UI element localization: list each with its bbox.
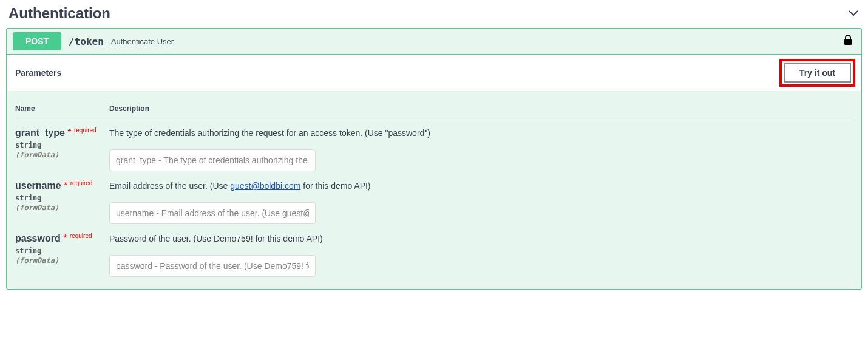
operation-path: /token bbox=[69, 36, 104, 47]
param-type: string bbox=[15, 194, 103, 202]
operation-block: POST /token Authenticate User Parameters… bbox=[6, 28, 862, 290]
username-input[interactable] bbox=[109, 202, 316, 224]
chevron-down-icon bbox=[847, 7, 860, 19]
section-title: Authentication bbox=[8, 5, 110, 22]
param-name: username bbox=[15, 180, 61, 191]
parameters-header: Parameters Try it out bbox=[7, 55, 861, 91]
required-star: * bbox=[67, 127, 71, 138]
required-star: * bbox=[64, 180, 67, 191]
param-description: Email address of the user. (Use guest@bo… bbox=[109, 180, 853, 192]
try-it-out-button[interactable]: Try it out bbox=[784, 63, 851, 83]
required-label: required bbox=[70, 233, 92, 239]
param-in: (formData) bbox=[15, 151, 103, 159]
parameters-label: Parameters bbox=[15, 68, 61, 78]
param-description: Password of the user. (Use Demo759! for … bbox=[109, 233, 853, 245]
param-name: grant_type bbox=[15, 127, 65, 138]
required-label: required bbox=[74, 127, 97, 134]
parameter-row: password * required string (formData) Pa… bbox=[15, 224, 853, 277]
method-badge: POST bbox=[13, 32, 61, 50]
column-header-description: Description bbox=[109, 104, 853, 113]
operation-description: Authenticate User bbox=[111, 37, 174, 46]
grant-type-input[interactable] bbox=[109, 149, 316, 171]
section-header[interactable]: Authentication bbox=[0, 0, 868, 28]
param-name: password bbox=[15, 233, 61, 243]
required-label: required bbox=[70, 180, 93, 186]
try-it-out-highlight: Try it out bbox=[779, 59, 855, 87]
param-in: (formData) bbox=[15, 256, 103, 265]
password-input[interactable] bbox=[109, 255, 316, 277]
param-link[interactable]: guest@boldbi.com bbox=[230, 181, 300, 191]
param-type: string bbox=[15, 246, 103, 255]
parameter-row: username * required string (formData) Em… bbox=[15, 171, 853, 224]
column-header-name: Name bbox=[15, 104, 109, 113]
param-description: The type of credentials authorizing the … bbox=[109, 127, 853, 140]
operation-summary[interactable]: POST /token Authenticate User bbox=[7, 29, 861, 55]
lock-icon[interactable] bbox=[843, 35, 853, 48]
required-star: * bbox=[63, 233, 67, 243]
parameters-body: Name Description grant_type * required s… bbox=[7, 91, 861, 289]
param-in: (formData) bbox=[15, 203, 103, 212]
parameter-row: grant_type * required string (formData) … bbox=[15, 118, 853, 171]
svg-rect-0 bbox=[844, 39, 852, 45]
param-type: string bbox=[15, 141, 103, 149]
